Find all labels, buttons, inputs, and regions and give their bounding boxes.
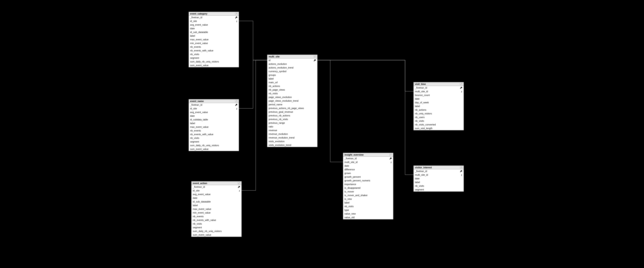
column-row[interactable]: value_new <box>343 212 393 216</box>
column-row[interactable]: bounce_count <box>414 93 464 97</box>
column-row[interactable]: avg_event_value <box>189 23 239 27</box>
column-row[interactable]: label <box>343 201 393 205</box>
column-row[interactable]: nb_visits <box>192 222 242 226</box>
column-row[interactable]: previous_actions_nb_page_views <box>267 106 317 110</box>
expand-icon[interactable]: ⤢ <box>460 83 462 85</box>
expand-icon[interactable]: ⤢ <box>238 182 240 184</box>
column-row[interactable]: is_mover_and_shaker <box>343 193 393 197</box>
column-row[interactable]: page_views_evolution <box>267 95 317 99</box>
column-row[interactable]: id_site⚷ <box>192 189 242 192</box>
column-row[interactable]: id🔑 <box>267 58 317 62</box>
column-row[interactable]: _fivetran_id🔑 <box>189 103 239 107</box>
entity-visitor_interest[interactable]: visitor_interest⤢_fivetran_id🔑multi_site… <box>414 165 464 192</box>
column-row[interactable]: _fivetran_id🔑 <box>343 157 393 160</box>
column-row[interactable]: growth_percent <box>343 175 393 179</box>
column-row[interactable]: date <box>414 97 464 101</box>
column-row[interactable]: nb_events_with_value <box>189 49 239 52</box>
column-row[interactable]: date <box>189 27 239 30</box>
column-row[interactable]: nb_uniq_visitors <box>414 112 464 115</box>
column-row[interactable]: segment <box>414 188 464 191</box>
column-row[interactable]: grown <box>343 171 393 175</box>
entity-header[interactable]: event_action⤢ <box>192 181 242 185</box>
column-row[interactable]: nb_events_with_value <box>189 133 239 136</box>
column-row[interactable]: min_event_value <box>192 211 242 215</box>
expand-icon[interactable]: ⤢ <box>390 154 392 156</box>
column-row[interactable]: nb_events_with_value <box>192 218 242 222</box>
column-row[interactable]: sum_daily_nb_uniq_visitors <box>189 60 239 63</box>
column-row[interactable]: multi_site_id⚷ <box>343 160 393 164</box>
entity-header[interactable]: visit_time⤢ <box>414 82 464 86</box>
column-row[interactable]: sum_daily_nb_uniq_visitors <box>189 143 239 147</box>
column-row[interactable]: nb_page_views <box>267 88 317 92</box>
column-row[interactable]: avg_event_value <box>192 192 242 196</box>
column-row[interactable]: label <box>192 204 242 207</box>
column-row[interactable]: nb_events <box>189 129 239 133</box>
column-row[interactable]: label <box>414 104 464 108</box>
column-row[interactable]: is_disappeared <box>343 186 393 190</box>
column-row[interactable]: nb_visits <box>267 92 317 95</box>
column-row[interactable]: value_old <box>343 216 393 219</box>
column-row[interactable]: segment <box>189 140 239 143</box>
column-row[interactable]: nb_visits <box>189 52 239 56</box>
column-row[interactable]: currency_symbol <box>267 70 317 73</box>
column-row[interactable]: date <box>414 177 464 180</box>
column-row[interactable]: actions_evolution <box>267 62 317 66</box>
column-row[interactable]: nb_visits <box>189 136 239 140</box>
column-row[interactable]: previous_goal_revenue <box>267 110 317 114</box>
column-row[interactable]: period_name <box>267 103 317 106</box>
column-row[interactable]: label <box>189 122 239 125</box>
column-row[interactable]: nb_users <box>414 115 464 119</box>
column-row[interactable]: date <box>192 196 242 200</box>
column-row[interactable]: _fivetran_id🔑 <box>414 169 464 173</box>
column-row[interactable]: visits_evolution <box>267 139 317 143</box>
column-row[interactable]: day_of_week <box>414 101 464 104</box>
entity-header[interactable]: event_category⤢ <box>189 12 239 15</box>
column-row[interactable]: revenue_evolution_trend <box>267 136 317 139</box>
column-row[interactable]: segment <box>189 56 239 60</box>
column-row[interactable]: difference <box>343 168 393 171</box>
column-row[interactable]: groups <box>267 73 317 77</box>
column-row[interactable]: previous_nb_actions <box>267 114 317 118</box>
column-row[interactable]: nb_actions <box>414 108 464 112</box>
column-row[interactable]: nb_visits <box>343 205 393 208</box>
column-row[interactable]: actions_evolution_trend <box>267 66 317 70</box>
entity-event_action[interactable]: event_action⤢_fivetran_id🔑id_site⚷avg_ev… <box>191 181 242 237</box>
column-row[interactable]: label <box>189 34 239 38</box>
column-row[interactable]: _fivetran_id🔑 <box>192 185 242 189</box>
column-row[interactable]: nb_visits_converted <box>414 123 464 127</box>
column-row[interactable]: ratio <box>267 125 317 129</box>
column-row[interactable]: label <box>267 77 317 81</box>
column-row[interactable]: is_new <box>343 197 393 201</box>
column-row[interactable]: previous_nb_visits <box>267 118 317 121</box>
column-row[interactable]: sum_event_value <box>192 233 242 237</box>
column-row[interactable]: importance <box>343 182 393 186</box>
column-row[interactable]: revenue <box>267 129 317 132</box>
column-row[interactable]: _fivetran_id🔑 <box>414 86 464 90</box>
column-row[interactable]: sum_event_value <box>189 63 239 67</box>
column-row[interactable]: page_views_evolution_trend <box>267 99 317 103</box>
column-row[interactable]: multi_site_id⚷ <box>414 173 464 177</box>
column-row[interactable]: avg_event_value <box>189 110 239 114</box>
entity-header[interactable]: insight_overview⤢ <box>343 153 393 157</box>
column-row[interactable]: id_subdata_table <box>189 118 239 122</box>
column-row[interactable]: nb_visits <box>414 184 464 188</box>
column-row[interactable]: date <box>343 164 393 168</box>
column-row[interactable]: id_site⚷ <box>189 107 239 110</box>
expand-icon[interactable]: ⤢ <box>235 100 238 102</box>
entity-event_category[interactable]: event_category⤢_fivetran_id🔑id_site⚷avg_… <box>188 12 239 67</box>
column-row[interactable]: nb_actions <box>267 84 317 88</box>
column-row[interactable]: sum_event_value <box>189 147 239 151</box>
column-row[interactable]: min_event_value <box>189 41 239 45</box>
entity-header[interactable]: event_name⤢ <box>189 99 239 103</box>
expand-icon[interactable]: ⤢ <box>314 55 316 58</box>
column-row[interactable]: _fivetran_id🔑 <box>189 15 239 19</box>
entity-visit_time[interactable]: visit_time⤢_fivetran_id🔑multi_site_id⚷bo… <box>414 82 464 130</box>
column-row[interactable]: nb_events <box>192 215 242 218</box>
column-row[interactable]: max_event_value <box>192 207 242 211</box>
column-row[interactable]: main_url <box>267 81 317 84</box>
column-row[interactable]: nb_visits <box>414 119 464 123</box>
column-row[interactable]: multi_site_id⚷ <box>414 90 464 93</box>
column-row[interactable]: id_sub_datatable <box>189 30 239 34</box>
column-row[interactable]: id_sub_datatable <box>192 200 242 204</box>
column-row[interactable]: date <box>189 114 239 118</box>
